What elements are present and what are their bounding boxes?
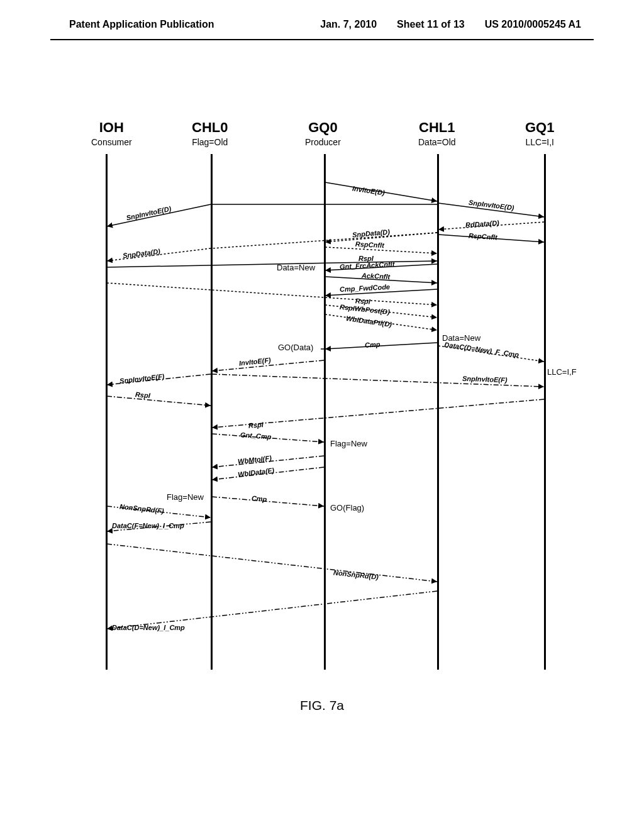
- message-arrows: [75, 154, 566, 670]
- header-right: Jan. 7, 2010 Sheet 11 of 13 US 2010/0005…: [320, 19, 581, 30]
- actor-gq1-title: GQ1: [525, 119, 554, 136]
- actor-ioh: IOH Consumer: [91, 119, 132, 147]
- actor-gq0-title: GQ0: [305, 119, 341, 136]
- svg-line-27: [212, 497, 324, 506]
- actor-chl0-title: CHL0: [192, 119, 228, 136]
- msg-datac-fnew: DataC(F=New)_I_Cmp: [112, 522, 184, 529]
- actor-gq1: GQ1 LLC=I,I: [525, 119, 554, 147]
- actor-ioh-sub: Consumer: [91, 137, 132, 147]
- svg-line-31: [107, 544, 437, 582]
- svg-line-17: [325, 343, 437, 349]
- svg-line-32: [107, 591, 437, 629]
- msg-datac-dnew: DataC(D=New)_I_Cmp: [112, 624, 185, 631]
- actor-gq0-sub: Producer: [305, 137, 341, 147]
- state-flag-new2: Flag=New: [167, 492, 204, 502]
- msg-rspi4: RspI: [248, 421, 264, 429]
- header-sheet: Sheet 11 of 13: [397, 19, 465, 30]
- msg-rspi2: RspI: [355, 297, 370, 305]
- header-left: Patent Application Publication: [69, 19, 214, 30]
- actor-gq1-sub: LLC=I,I: [525, 137, 554, 147]
- actor-chl0: CHL0 Flag=Old: [192, 119, 228, 147]
- msg-cmp2: Cmp: [252, 494, 267, 503]
- msg-cmp: Cmp: [365, 340, 380, 348]
- msg-rspcnflt: RspCnflt: [355, 240, 384, 249]
- svg-line-22: [107, 396, 211, 406]
- figure-caption: FIG. 7a: [0, 698, 644, 713]
- msg-ackcnflt: AckCnflt: [362, 272, 391, 280]
- msg-snpinvitoe-f2: SnpInvItoE(F): [462, 375, 508, 384]
- msg-rspi3: RspI: [135, 390, 151, 399]
- actor-gq0: GQ0 Producer: [305, 119, 341, 147]
- svg-line-9: [212, 233, 437, 248]
- actor-chl0-sub: Flag=Old: [192, 137, 228, 147]
- actor-chl1-sub: Data=Old: [418, 137, 456, 147]
- actor-chl1-title: CHL1: [418, 119, 456, 136]
- state-data-new2: Data=New: [442, 333, 480, 343]
- state-flag-new: Flag=New: [330, 439, 367, 448]
- state-llc-if: LLC=I,F: [547, 367, 577, 377]
- header-divider: [50, 39, 594, 40]
- page-header: Patent Application Publication Jan. 7, 2…: [0, 0, 644, 36]
- state-data-new: Data=New: [277, 263, 315, 272]
- msg-go-data: GO(Data): [278, 343, 313, 352]
- actor-chl1: CHL1 Data=Old: [418, 119, 456, 147]
- header-pubno: US 2010/0005245 A1: [485, 19, 581, 30]
- header-date: Jan. 7, 2010: [320, 19, 377, 30]
- sequence-diagram: IOH Consumer CHL0 Flag=Old GQ0 Producer …: [75, 119, 566, 673]
- actor-ioh-title: IOH: [91, 119, 132, 136]
- msg-go-flag: GO(Flag): [330, 503, 364, 512]
